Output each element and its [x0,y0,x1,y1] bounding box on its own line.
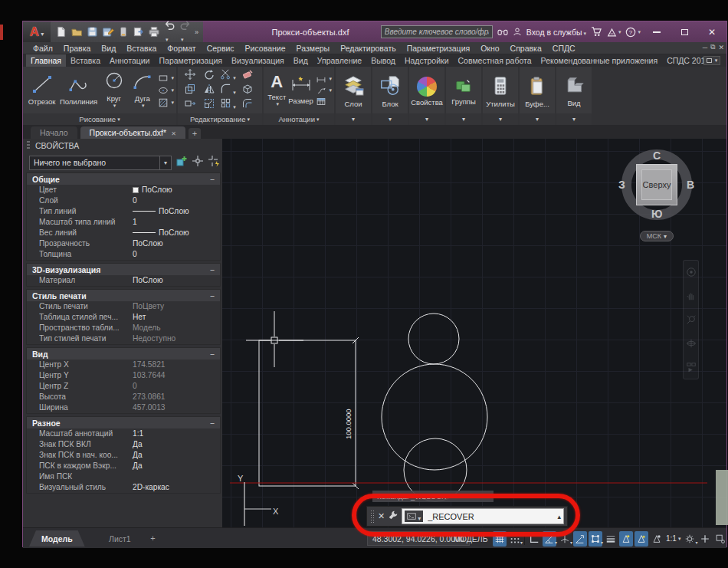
sign-in-button[interactable]: Вход в службы [526,28,586,37]
selection-combo[interactable]: Ничего не выбрано [29,156,172,170]
tab-close-icon[interactable] [171,128,176,137]
ribbon-tab-annotate[interactable]: Аннотации [105,54,155,67]
undo-icon[interactable] [164,20,175,44]
multileader-tool[interactable] [315,74,332,84]
groups-button[interactable]: Группы [446,74,481,106]
section-view-header[interactable]: Вид [27,348,220,360]
prop-row[interactable]: Имя ПСК [27,471,220,482]
new-layout-button[interactable] [147,533,159,543]
annotation-autoscale-toggle[interactable] [635,531,648,547]
prop-row[interactable]: ЦветПоСлою [27,185,220,195]
menu-help[interactable]: Справка [505,44,547,53]
panel-label-draw[interactable]: Рисование [23,113,176,125]
ribbon-tab-visualize[interactable]: Визуализация [227,54,289,67]
prop-row[interactable]: Знак ПСК в нач. коо...Да [27,450,220,461]
quick-select-icon[interactable] [208,155,220,170]
ribbon-tab-manage[interactable]: Управление [313,54,366,67]
prop-row[interactable]: Масштаб аннотаций1:1 [27,428,220,439]
close-button[interactable]: ✕ [700,25,723,40]
ellipse-tool[interactable] [157,85,174,96]
ribbon-tab-insert[interactable]: Вставка [66,54,105,67]
section-3d-header[interactable]: 3D-визуализация [27,264,220,275]
hatch-tool[interactable] [157,97,174,108]
pan-hand-icon[interactable] [686,291,697,301]
zoom-icon[interactable] [686,314,697,325]
annotation-scale-icon[interactable] [650,531,664,547]
prop-row[interactable]: Центр X174.5821 [27,360,220,370]
object-snap-toggle[interactable]: ▾ [589,531,602,547]
isolate-objects-icon[interactable] [713,531,727,547]
model-space-canvas[interactable]: 100.0000 Y X [222,139,726,527]
navigation-bar[interactable] [683,260,699,379]
ribbon-display-toggle[interactable] [703,56,720,65]
ribbon-tab-home[interactable]: Главная [26,54,66,67]
line-tool[interactable]: Отрезок [25,74,58,106]
utilities-panel-caret[interactable] [483,113,518,125]
prop-row[interactable]: МатериалПоСлою [27,275,220,286]
viewcube-south[interactable]: Ю [651,208,662,220]
drawn-circle-large[interactable] [382,364,487,470]
ribbon-tab-featured-apps[interactable]: Рекомендованные приложения [536,54,663,67]
prop-row[interactable]: Толщина0 [27,249,220,260]
settings-gear-icon[interactable]: ▾ [683,531,697,547]
move-tool[interactable] [184,68,196,84]
prop-row[interactable]: Таблица стилей печ...Нет [27,312,220,323]
layout1-tab[interactable]: Лист1 [100,530,140,547]
stretch-tool[interactable] [184,97,196,113]
section-general-header[interactable]: Общие [27,173,220,185]
table-tool[interactable] [315,97,332,107]
prop-row[interactable]: Визуальный стиль2D-каркас [27,482,220,493]
help-icon[interactable]: ? [625,27,641,38]
palette-grip-icon[interactable] [27,141,30,150]
properties-button[interactable]: Свойства [409,74,444,107]
prop-row[interactable]: Тип стилей печатиНедоступно [27,333,220,344]
doc-minimize-icon[interactable]: ─ [703,44,707,51]
clipboard-panel-caret[interactable] [520,113,555,125]
fillet-tool[interactable] [220,83,236,97]
collapse-icon[interactable] [210,265,215,274]
prop-row[interactable]: Центр Y103.7644 [27,370,220,381]
block-button[interactable]: Блок [372,72,408,108]
block-panel-caret[interactable] [372,113,408,125]
copy-tool[interactable] [184,83,196,98]
view-button[interactable]: Вид [556,73,592,107]
menu-draw[interactable]: Рисование [240,44,291,53]
menu-format[interactable]: Формат [162,44,201,53]
collapse-icon[interactable] [210,350,215,359]
viewcube-east[interactable]: В [687,179,694,191]
toggle-pickadd-icon[interactable] [175,155,188,170]
redo-icon[interactable] [179,20,191,44]
save-as-icon[interactable] [102,26,114,38]
viewcube-north[interactable]: С [653,149,661,162]
menu-file[interactable]: Файл [28,44,58,53]
save-icon[interactable] [87,26,98,38]
scale-tool[interactable] [203,97,215,113]
prop-row[interactable]: Высота273.0861 [27,392,220,402]
menu-insert[interactable]: Вставка [121,44,162,53]
select-objects-icon[interactable] [192,155,204,170]
polyline-tool[interactable]: Полилиния [58,74,99,106]
combo-dropdown-icon[interactable] [159,156,171,169]
collapse-icon[interactable] [210,419,215,428]
menu-spds[interactable]: СПДС [547,44,581,53]
open-file-icon[interactable] [71,26,83,38]
menu-parametric[interactable]: Параметризация [402,44,476,53]
prop-row[interactable]: ПрозрачностьПоСлою [27,238,220,249]
prop-row[interactable]: Центр Z0 [27,381,220,392]
menu-modify[interactable]: Редактировать [335,44,402,53]
view-panel-caret[interactable] [556,113,592,125]
search-input[interactable] [381,25,493,38]
tab-drawing[interactable]: Прокси-объекты.dxf* [80,126,185,139]
tab-start[interactable]: Начало [31,126,77,139]
prop-row[interactable]: Тип линийПоСлою [27,206,220,217]
prop-row[interactable]: Знак ПСК ВКЛДа [27,439,220,450]
maximize-button[interactable] [673,25,696,40]
steering-wheel-icon[interactable] [686,267,697,277]
drawn-circle-small[interactable] [408,314,459,364]
batch-plot-icon[interactable] [118,26,129,38]
menu-edit[interactable]: Правка [58,44,96,53]
ribbon-tab-view[interactable]: Вид [289,54,313,67]
publish-icon[interactable] [133,26,144,38]
doc-restore-icon[interactable]: ⧉ [710,43,715,51]
clipboard-button[interactable]: Буфе... [520,72,555,108]
